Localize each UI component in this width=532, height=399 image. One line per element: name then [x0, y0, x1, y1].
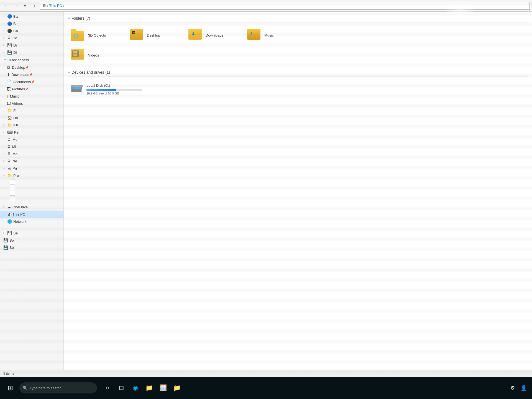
videos-folder-icon: 🎞: [7, 101, 11, 106]
arrow-icon: ›: [3, 206, 6, 208]
drive-c-name: Local Disk (C:): [86, 83, 149, 88]
recent-button[interactable]: ▾: [21, 2, 29, 10]
quick-access-arrow: ▾: [4, 58, 6, 61]
sidebar-network-label: Network: [13, 219, 27, 224]
sidebar-ba-label: Ba: [13, 14, 18, 19]
sidebar-co-label: Co: [12, 36, 17, 40]
sidebar-sub-item[interactable]: [10, 191, 15, 196]
sidebar-item-mo[interactable]: › 🖥 Mo: [0, 136, 63, 143]
sidebar-item-this-pc[interactable]: › 🖥 This PC: [0, 211, 63, 218]
pin-icon-pic: 📌: [25, 88, 28, 91]
sidebar-ne-label: Ne: [12, 159, 17, 163]
drive-item-c[interactable]: Local Disk (C:) 26.9 GB free of 58.9 GB: [68, 81, 151, 98]
sidebar-item-idi[interactable]: › 📁 IDI: [0, 121, 63, 129]
sidebar-item-downloads[interactable]: ⬇ Downloads 📌: [0, 71, 63, 78]
start-button[interactable]: ⊞: [3, 381, 17, 395]
sidebar-item-se[interactable]: › 💾 Se: [0, 229, 63, 237]
content-area: ▾ Folders (7) ⬡ 3D Objects: [64, 12, 532, 370]
folder-downloads-label: Downloads: [206, 33, 223, 37]
taskbar-icon-file-explorer[interactable]: 📁: [143, 382, 155, 394]
sidebar-item-so1[interactable]: 💾 So: [0, 237, 63, 244]
sidebar-item-so2[interactable]: 💾 So: [0, 244, 63, 251]
system-tray: ⚙ 👤: [508, 383, 529, 393]
arrow-icon: ›: [3, 232, 6, 234]
forward-button[interactable]: →: [12, 2, 19, 10]
taskbar-icon-store[interactable]: 🪟: [157, 382, 169, 394]
up-button[interactable]: ↑: [30, 2, 38, 10]
tray-icon-settings[interactable]: ⚙: [508, 383, 518, 393]
pro-icon: 📁: [7, 173, 12, 178]
sidebar-fi-label: Fi: [13, 109, 16, 113]
taskbar-icon-edge[interactable]: ◉: [129, 382, 141, 394]
folder-item-downloads[interactable]: ⬇ Downloads: [186, 27, 241, 44]
sidebar-item-music[interactable]: ♪ Music: [0, 93, 63, 100]
arrow-icon: ›: [3, 213, 6, 216]
sidebar-item-ho[interactable]: › 🏠 Ho: [0, 114, 63, 121]
sidebar-mo2-label: Mo: [12, 152, 17, 156]
sidebar-item-onedrive[interactable]: › ☁ OneDrive: [0, 203, 63, 211]
devices-section: ▾ Devices and drives (1) Local Disk (C:): [68, 70, 528, 98]
sidebar-downloads-label: Downloads: [11, 73, 29, 77]
folder-item-videos[interactable]: 🎞 Videos: [68, 47, 124, 63]
sidebar-sub-item[interactable]: [10, 180, 15, 185]
quick-access-label: Quick access: [7, 58, 29, 62]
folder-icon-desktop: 🖥: [130, 29, 144, 41]
main-area: › 🔵 Ba › 🔵 Bl › ⚫ Ca › 🖥 Co › 💾: [0, 12, 532, 370]
sidebar-item-bl[interactable]: › 🔵 Bl: [0, 20, 63, 27]
taskbar-icon-cortana[interactable]: ○: [101, 382, 114, 394]
sidebar-videos-label: Videos: [12, 101, 23, 106]
sidebar-sub-item[interactable]: [10, 196, 15, 201]
sidebar-this-pc-label: This PC: [12, 212, 25, 216]
sidebar-item-ne[interactable]: › 🖥 Ne: [0, 157, 63, 165]
arrow-icon: ›: [3, 15, 6, 18]
tray-icon-user[interactable]: 👤: [519, 383, 529, 393]
file-explorer: ← → ▾ ↑ 🖥 › This PC › › 🔵 Ba › 🔵 Bl: [0, 0, 532, 377]
sidebar-item-network[interactable]: › 🌐 Network: [0, 218, 63, 225]
sidebar-pro-label: Pro: [13, 173, 19, 178]
sidebar-sub-item[interactable]: [10, 185, 15, 190]
search-input[interactable]: [30, 386, 91, 390]
sidebar-item-pri[interactable]: › 🖨 Pri: [0, 165, 63, 172]
sidebar-item-fi[interactable]: › 📁 Fi: [0, 107, 63, 114]
folder-item-desktop[interactable]: 🖥 Desktop: [127, 27, 182, 44]
sidebar-item-desktop[interactable]: 🖥 Desktop 📌: [0, 64, 63, 71]
sidebar-item-co[interactable]: › 🖥 Co: [0, 34, 63, 42]
arrow-icon: ›: [3, 131, 6, 134]
di1-icon: 💾: [7, 43, 12, 47]
sidebar-item-pro[interactable]: ▾ 📁 Pro: [0, 172, 63, 179]
pin-icon: 📌: [25, 66, 29, 69]
sidebar-item-ca[interactable]: › ⚫ Ca: [0, 27, 63, 34]
arrow-icon: ›: [3, 160, 6, 162]
sidebar-item-mo2[interactable]: › 🖥 Mo: [0, 150, 63, 157]
path-this-pc[interactable]: This PC: [49, 4, 62, 8]
address-bar: ← → ▾ ↑ 🖥 › This PC ›: [0, 0, 532, 12]
search-box[interactable]: 🔍: [19, 382, 97, 393]
sidebar-item-documents[interactable]: 📄 Documents 📌: [0, 78, 63, 85]
folder-item-music[interactable]: ♪ Music: [244, 27, 300, 44]
address-path[interactable]: 🖥 › This PC ›: [40, 2, 530, 10]
pri-icon: 🖨: [7, 166, 11, 170]
sidebar-documents-label: Documents: [13, 80, 31, 84]
sidebar-item-ke[interactable]: › ⌨ Ke: [0, 129, 63, 136]
folders-section-header[interactable]: ▾ Folders (7): [68, 16, 528, 22]
arrow-icon: ▾: [3, 51, 6, 54]
sidebar-item-di2[interactable]: ▾ 💾 Di: [0, 49, 63, 56]
taskbar-icon-folder2[interactable]: 📁: [171, 382, 183, 394]
folder-item-3d-objects[interactable]: ⬡ 3D Objects: [68, 27, 124, 44]
sidebar-item-videos[interactable]: 🎞 Videos: [0, 100, 63, 107]
taskbar-icon-task-view[interactable]: ⊟: [115, 382, 127, 394]
arrow-icon: ›: [3, 29, 6, 32]
sidebar-item-pictures[interactable]: 🖼 Pictures 📌: [0, 85, 63, 93]
folder-3d-label: 3D Objects: [88, 33, 106, 37]
ca-icon: ⚫: [7, 29, 12, 33]
mo-icon: 🖥: [7, 137, 11, 142]
quick-access-header[interactable]: ▾ Quick access: [0, 56, 63, 64]
co-icon: 🖥: [7, 36, 11, 40]
sidebar-item-ba[interactable]: › 🔵 Ba: [0, 13, 63, 20]
devices-section-header[interactable]: ▾ Devices and drives (1): [68, 70, 528, 76]
sidebar-bl-label: Bl: [13, 22, 17, 26]
sidebar-di1-label: Di: [13, 43, 17, 47]
sidebar-item-di1[interactable]: › 💾 Di: [0, 42, 63, 49]
sidebar-item-mi[interactable]: › ⚙ Mi: [0, 143, 63, 150]
back-button[interactable]: ←: [2, 2, 10, 10]
